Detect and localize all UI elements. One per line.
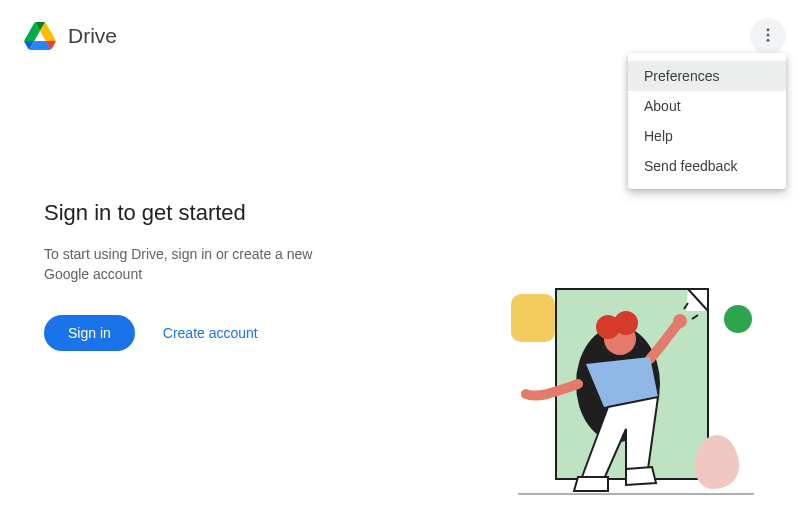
menu-item-about[interactable]: About — [628, 91, 786, 121]
menu-item-help[interactable]: Help — [628, 121, 786, 151]
svg-point-0 — [767, 28, 770, 31]
svg-point-7 — [724, 305, 752, 333]
app-title: Drive — [68, 24, 117, 48]
menu-item-send-feedback[interactable]: Send feedback — [628, 151, 786, 181]
svg-point-2 — [767, 38, 770, 41]
headline: Sign in to get started — [44, 200, 756, 226]
menu-item-preferences[interactable]: Preferences — [628, 61, 786, 91]
create-account-link[interactable]: Create account — [163, 325, 258, 341]
svg-rect-3 — [511, 294, 555, 342]
more-vert-icon — [759, 26, 777, 47]
sign-in-button[interactable]: Sign in — [44, 315, 135, 351]
drive-logo-icon — [24, 22, 56, 50]
options-dropdown: Preferences About Help Send feedback — [628, 53, 786, 189]
svg-point-11 — [614, 311, 638, 335]
more-options-button[interactable] — [750, 18, 786, 54]
svg-point-1 — [767, 33, 770, 36]
subtext: To start using Drive, sign in or create … — [44, 244, 344, 285]
welcome-illustration — [508, 279, 758, 509]
svg-point-8 — [673, 314, 687, 328]
